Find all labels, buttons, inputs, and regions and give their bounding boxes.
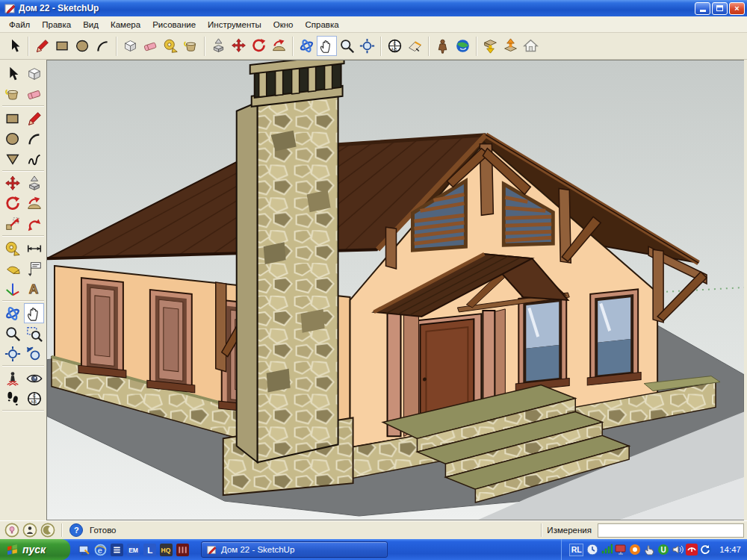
protractor-tool-button[interactable] bbox=[2, 258, 22, 279]
tray-download-icon[interactable] bbox=[629, 544, 641, 556]
move-tool-button[interactable] bbox=[2, 173, 22, 193]
app-l-icon[interactable]: L bbox=[143, 544, 156, 556]
toolbar-separator bbox=[116, 37, 117, 56]
dimension-tool-button[interactable] bbox=[24, 238, 44, 258]
arc-icon bbox=[95, 38, 111, 54]
tray-utorrent-icon[interactable]: U bbox=[657, 544, 669, 556]
section-cut-tool-button[interactable] bbox=[405, 36, 425, 56]
menu-item-3[interactable]: Камера bbox=[105, 18, 146, 31]
svg-text:A-5: A-5 bbox=[391, 48, 397, 52]
line-tool-button[interactable] bbox=[32, 36, 52, 56]
zoom-extents-tool-button[interactable] bbox=[357, 36, 377, 56]
eraser-tool-button[interactable] bbox=[140, 36, 161, 56]
rectangle-tool-button[interactable] bbox=[52, 36, 72, 56]
palette-row: CA-5 bbox=[0, 388, 46, 408]
make-component-tool-button[interactable] bbox=[24, 63, 44, 84]
status-crescent-icon[interactable] bbox=[40, 523, 55, 538]
menu-item-6[interactable]: Окно bbox=[267, 18, 300, 31]
menu-item-0[interactable]: Файл bbox=[3, 18, 36, 31]
tray-update-icon[interactable] bbox=[700, 544, 712, 556]
language-indicator[interactable]: RL bbox=[569, 544, 583, 556]
warehouse-house-tool-button[interactable] bbox=[521, 36, 541, 56]
section-plane-tool-button[interactable]: CA-5 bbox=[385, 36, 405, 56]
rotate-tool-button[interactable] bbox=[2, 193, 22, 214]
paint-bucket-tool-button[interactable] bbox=[181, 36, 201, 56]
section-plane-tool-button[interactable]: CA-5 bbox=[24, 388, 44, 408]
axes-tool-button[interactable] bbox=[2, 279, 22, 299]
rotate-tool-button[interactable] bbox=[249, 36, 269, 56]
freehand-tool-button[interactable] bbox=[24, 149, 44, 169]
offset-tool-button[interactable] bbox=[24, 214, 44, 234]
pan-tool-button[interactable] bbox=[317, 36, 337, 56]
orbit-tool-button[interactable] bbox=[2, 303, 22, 323]
polygon-tool-button[interactable] bbox=[2, 149, 22, 169]
select-tool-button[interactable] bbox=[4, 36, 25, 56]
internet-explorer-icon[interactable]: e bbox=[94, 544, 107, 556]
look-around-tool-button[interactable] bbox=[24, 368, 44, 388]
menu-item-2[interactable]: Вид bbox=[77, 18, 105, 31]
windows-flag-icon bbox=[6, 544, 19, 556]
menu-item-7[interactable]: Справка bbox=[300, 18, 345, 31]
close-button[interactable]: × bbox=[729, 2, 745, 15]
restore-button[interactable] bbox=[712, 2, 728, 15]
tray-avira-icon[interactable] bbox=[686, 544, 698, 556]
show-desktop-icon[interactable] bbox=[78, 544, 90, 556]
position-camera-tool-button[interactable] bbox=[2, 368, 22, 388]
text-3d-tool-button[interactable]: A bbox=[24, 279, 44, 299]
move-tool-button[interactable] bbox=[229, 36, 249, 56]
push-pull-tool-button[interactable] bbox=[208, 36, 229, 56]
model-viewport[interactable] bbox=[46, 60, 744, 520]
tray-history-icon[interactable] bbox=[586, 544, 598, 556]
status-bulb-icon[interactable] bbox=[4, 523, 19, 538]
rectangle-tool-button[interactable] bbox=[2, 108, 22, 128]
push-pull-tool-button[interactable] bbox=[24, 173, 44, 193]
start-button[interactable]: пуск bbox=[0, 539, 70, 560]
share-model-tool-button[interactable] bbox=[500, 36, 521, 56]
menu-item-5[interactable]: Инструменты bbox=[202, 18, 267, 31]
line-tool-button[interactable] bbox=[24, 108, 44, 128]
tape-measure-tool-button[interactable] bbox=[2, 238, 22, 258]
walk-tool-button[interactable] bbox=[2, 388, 22, 408]
minimize-button[interactable] bbox=[695, 2, 710, 15]
tray-pointer-icon[interactable] bbox=[643, 544, 655, 556]
zoom-extents-tool-button[interactable] bbox=[2, 343, 22, 364]
tray-network-icon[interactable] bbox=[601, 544, 613, 556]
help-icon[interactable]: ? bbox=[69, 523, 84, 538]
status-person-icon[interactable] bbox=[22, 523, 37, 538]
app-lines-icon[interactable] bbox=[111, 544, 123, 556]
clock[interactable]: 14:47 bbox=[719, 545, 741, 554]
arc-tool-button[interactable] bbox=[24, 128, 44, 149]
app-em-icon[interactable]: EM bbox=[127, 544, 140, 556]
zoom-previous-tool-button[interactable] bbox=[24, 343, 44, 364]
select-tool-button[interactable] bbox=[2, 63, 22, 84]
circle-tool-button[interactable] bbox=[2, 128, 22, 149]
app-red-icon[interactable] bbox=[176, 544, 189, 556]
get-current-view-tool-button[interactable] bbox=[433, 36, 453, 56]
pan-tool-button[interactable] bbox=[24, 303, 44, 323]
app-hq-icon[interactable]: HQ bbox=[160, 544, 173, 556]
eraser-tool-button[interactable] bbox=[24, 84, 44, 104]
arc-tool-button[interactable] bbox=[93, 36, 113, 56]
follow-me-tool-button[interactable] bbox=[269, 36, 289, 56]
menu-item-1[interactable]: Правка bbox=[36, 18, 77, 31]
taskbar-task-sketchup[interactable]: Дом 22 - SketchUp bbox=[201, 541, 388, 558]
get-models-tool-button[interactable] bbox=[480, 36, 500, 56]
google-earth-tool-button[interactable] bbox=[453, 36, 473, 56]
follow-me-tool-button[interactable] bbox=[24, 193, 44, 214]
scale-tool-button[interactable] bbox=[2, 214, 22, 234]
zoom-tool-button[interactable] bbox=[2, 323, 22, 343]
zoom-window-tool-button[interactable] bbox=[24, 323, 44, 343]
paint-bucket-tool-button[interactable] bbox=[2, 84, 22, 104]
orbit-tool-button[interactable] bbox=[297, 36, 317, 56]
text-tool-button[interactable] bbox=[24, 258, 44, 279]
circle-tool-button[interactable] bbox=[72, 36, 93, 56]
section-plane-icon: CA-5 bbox=[26, 391, 43, 407]
zoom-tool-button[interactable] bbox=[337, 36, 357, 56]
make-component-tool-button[interactable] bbox=[120, 36, 140, 56]
tape-measure-tool-button[interactable] bbox=[161, 36, 181, 56]
measurements-input[interactable] bbox=[598, 523, 744, 538]
tray-display-icon[interactable] bbox=[615, 544, 627, 556]
tray-volume-icon[interactable] bbox=[672, 544, 684, 556]
menu-item-4[interactable]: Рисование bbox=[146, 18, 202, 31]
tool-palette: ACA-5 bbox=[0, 60, 46, 520]
